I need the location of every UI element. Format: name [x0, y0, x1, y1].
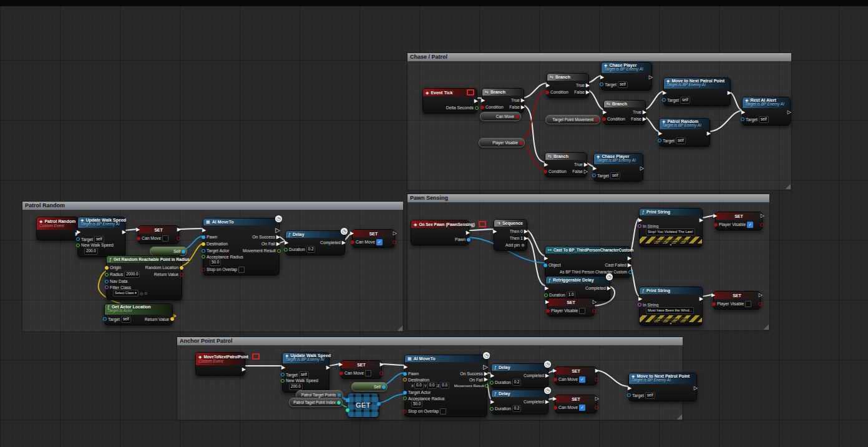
- browse-icon[interactable]: ⊙: [144, 291, 147, 295]
- exec-in-pin[interactable]: ▶: [281, 365, 285, 370]
- node-array-get[interactable]: GET: [347, 393, 379, 418]
- condition-pin[interactable]: [544, 170, 547, 174]
- node-move-to-next-patrol-point[interactable]: ◈Move to Next Patrol PointTarget is BP E…: [663, 77, 731, 106]
- object-out-pin[interactable]: [382, 385, 386, 389]
- in-string-value[interactable]: Stop! You Violated The Law!: [646, 228, 695, 235]
- value-in-pin[interactable]: [546, 309, 550, 313]
- value-in-pin[interactable]: [351, 240, 354, 244]
- exec-out-pin[interactable]: ▷: [393, 231, 397, 236]
- false-pin[interactable]: ▷: [584, 169, 588, 174]
- exec-out-pin[interactable]: ▶: [326, 365, 330, 370]
- exec-in-pin[interactable]: ▶: [600, 75, 604, 80]
- then0-pin[interactable]: ▶: [524, 229, 528, 234]
- target-pin[interactable]: [627, 393, 631, 397]
- target-pin[interactable]: [592, 174, 596, 177]
- target-value[interactable]: self: [680, 97, 690, 104]
- new-walk-speed-pin[interactable]: [281, 379, 285, 383]
- node-delay[interactable]: ◷ ƒDelay ▶Completed▶ Duration0.2: [491, 363, 549, 388]
- node-move-to-next-patrol-point-event[interactable]: ◈MoveToNextPatrolPointCustom Event ▶: [195, 352, 245, 376]
- var-get-patrol-taget-point-index[interactable]: Patrol Taget Point Index: [289, 398, 343, 407]
- node-set-can-move[interactable]: ▶SET▷ Can Move✓: [352, 229, 395, 248]
- exec-in-pin[interactable]: ▶: [202, 228, 206, 233]
- on-fail-pin[interactable]: ▶: [276, 242, 280, 247]
- var-get-can-move[interactable]: Can Move: [480, 112, 521, 121]
- exec-in-pin[interactable]: ▶: [404, 365, 407, 370]
- node-ai-move-to[interactable]: ◷ ▦AI MoveTo ▶▷ PawnOn Success▶ Destinat…: [404, 355, 487, 417]
- node-sequence[interactable]: ⇉Sequence ▶Then 0▶ Then 1▶ Add pin⊕: [494, 219, 527, 251]
- duration-value[interactable]: 0.2: [512, 405, 522, 412]
- int-out-pin[interactable]: [337, 401, 341, 405]
- on-success-pin[interactable]: ▶: [276, 235, 280, 240]
- var-get-player-visable[interactable]: Player Visable: [479, 138, 525, 147]
- pawn-out-pin[interactable]: [467, 238, 471, 242]
- exec-in-pin[interactable]: ▶: [490, 400, 494, 405]
- node-update-walk-speed[interactable]: ◈Update Walk SpeedTarget is BP Enemy AI …: [77, 217, 125, 257]
- use-selected-icon[interactable]: ◎: [140, 291, 143, 295]
- bool-checkbox[interactable]: ✓: [376, 239, 383, 245]
- exec-in-pin[interactable]: ▶: [628, 386, 631, 391]
- exec-out-pin[interactable]: ▷: [649, 75, 653, 80]
- exec-in-pin[interactable]: ▶: [638, 218, 642, 223]
- bool-checkbox[interactable]: ✓: [579, 376, 585, 383]
- target-value[interactable]: self: [618, 81, 628, 88]
- node-set-player-visable[interactable]: ▶SET▷ Player Visable: [713, 291, 761, 310]
- true-pin[interactable]: ▶: [521, 98, 525, 103]
- exec-out-pin[interactable]: ▷: [694, 386, 698, 391]
- delta-seconds-pin[interactable]: [475, 106, 479, 110]
- target-value[interactable]: self: [94, 236, 104, 243]
- walk-speed-value[interactable]: 200.0: [289, 383, 303, 390]
- duration-pin[interactable]: [490, 381, 494, 385]
- exec-in-pin[interactable]: ▶: [603, 110, 607, 115]
- bool-out-pin[interactable]: [595, 118, 598, 122]
- exec-out-pin[interactable]: ▷: [759, 293, 763, 298]
- value-in-pin[interactable]: [339, 371, 343, 375]
- exec-out-pin[interactable]: ▶: [177, 227, 181, 232]
- duration-pin[interactable]: [490, 407, 494, 411]
- acceptance-radius-pin[interactable]: [403, 396, 407, 400]
- node-set-player-visable[interactable]: ▶SET▷ Player Visable: [547, 298, 595, 317]
- radius-value[interactable]: 2000.0: [124, 271, 140, 278]
- new-walk-speed-pin[interactable]: [76, 243, 80, 247]
- exec-out-pin[interactable]: ▶: [728, 91, 731, 96]
- random-location-pin[interactable]: [180, 266, 183, 270]
- walk-speed-value[interactable]: 200.0: [84, 248, 98, 255]
- bool-out-pin[interactable]: [519, 141, 523, 145]
- node-branch[interactable]: ⇆Branch ▶True▶ ConditionFalse▷: [545, 152, 587, 177]
- target-value[interactable]: self: [299, 371, 309, 378]
- bool-checkbox[interactable]: [440, 408, 446, 415]
- value-out-pin[interactable]: [758, 302, 762, 306]
- collapse-caret-icon[interactable]: ▾: [640, 322, 702, 325]
- target-value[interactable]: self: [610, 172, 620, 179]
- select-class-dropdown[interactable]: Select Class ▾: [113, 290, 139, 297]
- node-chase-player[interactable]: ◈Chase PlayerTarget is BP Enemy AI ▶▷ Ta…: [593, 153, 643, 182]
- in-string-value[interactable]: Must have Been the Wind...: [646, 307, 694, 314]
- exec-in-pin[interactable]: ▶: [545, 300, 549, 305]
- value-out-pin[interactable]: [393, 240, 396, 244]
- array-out-pin[interactable]: ▦: [337, 393, 341, 397]
- node-get-actor-location[interactable]: ƒGet Actor LocationTarget is Actor Targe…: [104, 303, 173, 325]
- add-pin-icon[interactable]: ⊕: [521, 243, 525, 247]
- destination-pin[interactable]: [202, 242, 205, 246]
- cast-failed-pin[interactable]: ▶: [628, 263, 631, 268]
- on-fail-pin[interactable]: ▶: [484, 377, 488, 382]
- then1-pin[interactable]: ▶: [524, 236, 528, 241]
- exec-out-pin[interactable]: ▶: [466, 230, 470, 235]
- return-value-pin[interactable]: [180, 273, 183, 277]
- bool-checkbox[interactable]: [579, 308, 585, 314]
- value-in-pin[interactable]: [714, 223, 718, 227]
- node-update-walk-speed[interactable]: ◈Update Walk SpeedTarget is BP Enemy AI …: [282, 352, 329, 393]
- value-in-pin[interactable]: [712, 302, 716, 306]
- bool-checkbox[interactable]: [365, 370, 371, 376]
- in-string-pin[interactable]: [638, 224, 641, 228]
- collapse-caret-icon[interactable]: ▾: [640, 243, 702, 247]
- target-value[interactable]: self: [676, 137, 686, 144]
- object-pin[interactable]: [544, 263, 547, 267]
- target-pin[interactable]: [662, 98, 666, 102]
- node-on-see-pawn[interactable]: ◈On See Pawn (PawnSensing) ▶ Pawn: [411, 220, 469, 245]
- var-get-target-point-movement[interactable]: Target Point Movement: [545, 115, 600, 124]
- exec-out-pin[interactable]: ▶: [700, 297, 703, 302]
- node-delay[interactable]: ◷ ƒDelay ▶Completed▶ Duration0.2: [491, 390, 549, 415]
- value-in-pin[interactable]: [553, 406, 557, 410]
- false-pin[interactable]: ▶: [586, 90, 590, 95]
- node-delay[interactable]: ◷ ƒDelay ▶Completed▶ Duration0.2: [285, 230, 345, 255]
